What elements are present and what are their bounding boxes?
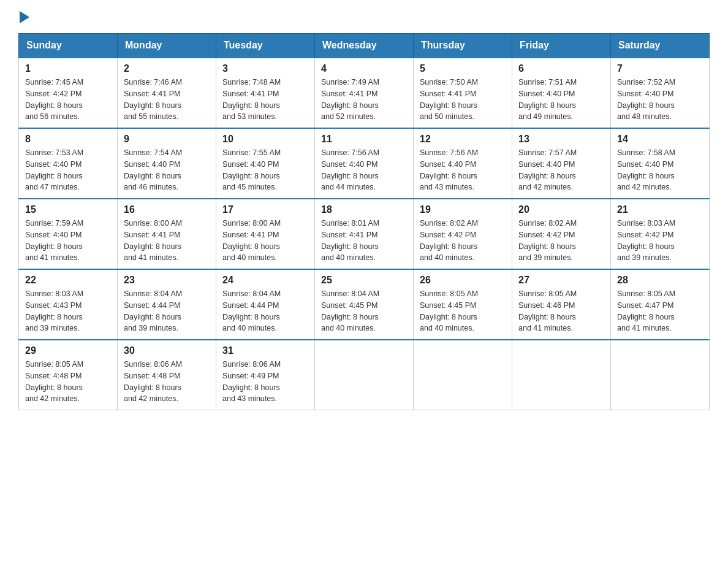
day-number: 16 [124,204,210,215]
calendar-cell: 30 Sunrise: 8:06 AMSunset: 4:48 PMDaylig… [118,340,216,410]
weekday-header-row: SundayMondayTuesdayWednesdayThursdayFrid… [19,34,710,58]
day-info: Sunrise: 7:46 AMSunset: 4:41 PMDaylight:… [124,77,210,123]
page-header [18,12,710,21]
calendar-cell: 3 Sunrise: 7:48 AMSunset: 4:41 PMDayligh… [216,58,315,128]
day-info: Sunrise: 8:05 AMSunset: 4:47 PMDaylight:… [617,288,703,334]
day-info: Sunrise: 7:56 AMSunset: 4:40 PMDaylight:… [321,147,407,193]
day-number: 29 [25,345,111,356]
calendar-cell: 1 Sunrise: 7:45 AMSunset: 4:42 PMDayligh… [19,58,118,128]
day-number: 21 [617,204,703,215]
day-number: 12 [420,134,506,145]
day-info: Sunrise: 7:50 AMSunset: 4:41 PMDaylight:… [420,77,506,123]
day-number: 13 [518,134,604,145]
weekday-header-sunday: Sunday [19,34,118,58]
day-info: Sunrise: 8:06 AMSunset: 4:49 PMDaylight:… [222,359,308,405]
calendar-cell: 14 Sunrise: 7:58 AMSunset: 4:40 PMDaylig… [611,128,710,199]
day-info: Sunrise: 7:56 AMSunset: 4:40 PMDaylight:… [420,147,506,193]
day-number: 1 [25,63,111,74]
calendar-cell [315,340,414,410]
day-info: Sunrise: 8:01 AMSunset: 4:41 PMDaylight:… [321,218,407,264]
day-info: Sunrise: 8:05 AMSunset: 4:46 PMDaylight:… [518,288,604,334]
calendar-cell [414,340,512,410]
day-number: 3 [222,63,308,74]
day-info: Sunrise: 7:59 AMSunset: 4:40 PMDaylight:… [25,218,111,264]
calendar-cell: 11 Sunrise: 7:56 AMSunset: 4:40 PMDaylig… [315,128,414,199]
day-info: Sunrise: 7:48 AMSunset: 4:41 PMDaylight:… [222,77,308,123]
day-number: 20 [518,204,604,215]
weekday-header-tuesday: Tuesday [216,34,315,58]
day-number: 5 [420,63,506,74]
day-info: Sunrise: 7:57 AMSunset: 4:40 PMDaylight:… [518,147,604,193]
calendar-cell: 10 Sunrise: 7:55 AMSunset: 4:40 PMDaylig… [216,128,315,199]
day-info: Sunrise: 8:00 AMSunset: 4:41 PMDaylight:… [124,218,210,264]
calendar-cell: 24 Sunrise: 8:04 AMSunset: 4:44 PMDaylig… [216,269,315,340]
calendar-cell: 28 Sunrise: 8:05 AMSunset: 4:47 PMDaylig… [611,269,710,340]
day-number: 24 [222,275,308,286]
calendar-cell: 25 Sunrise: 8:04 AMSunset: 4:45 PMDaylig… [315,269,414,340]
week-row-3: 15 Sunrise: 7:59 AMSunset: 4:40 PMDaylig… [19,199,710,269]
calendar-cell: 17 Sunrise: 8:00 AMSunset: 4:41 PMDaylig… [216,199,315,269]
weekday-header-wednesday: Wednesday [315,34,414,58]
calendar-cell: 2 Sunrise: 7:46 AMSunset: 4:41 PMDayligh… [118,58,216,128]
calendar-cell: 20 Sunrise: 8:02 AMSunset: 4:42 PMDaylig… [512,199,611,269]
day-info: Sunrise: 7:51 AMSunset: 4:40 PMDaylight:… [518,77,604,123]
calendar-cell: 23 Sunrise: 8:04 AMSunset: 4:44 PMDaylig… [118,269,216,340]
calendar-cell [611,340,710,410]
day-info: Sunrise: 8:05 AMSunset: 4:48 PMDaylight:… [25,359,111,405]
calendar-table: SundayMondayTuesdayWednesdayThursdayFrid… [18,33,710,410]
calendar-cell [512,340,611,410]
day-info: Sunrise: 8:03 AMSunset: 4:42 PMDaylight:… [617,218,703,264]
calendar-cell: 13 Sunrise: 7:57 AMSunset: 4:40 PMDaylig… [512,128,611,199]
calendar-cell: 29 Sunrise: 8:05 AMSunset: 4:48 PMDaylig… [19,340,118,410]
day-info: Sunrise: 8:05 AMSunset: 4:45 PMDaylight:… [420,288,506,334]
calendar-cell: 21 Sunrise: 8:03 AMSunset: 4:42 PMDaylig… [611,199,710,269]
day-info: Sunrise: 7:58 AMSunset: 4:40 PMDaylight:… [617,147,703,193]
week-row-1: 1 Sunrise: 7:45 AMSunset: 4:42 PMDayligh… [19,58,710,128]
day-number: 7 [617,63,703,74]
calendar-cell: 19 Sunrise: 8:02 AMSunset: 4:42 PMDaylig… [414,199,512,269]
calendar-cell: 31 Sunrise: 8:06 AMSunset: 4:49 PMDaylig… [216,340,315,410]
week-row-2: 8 Sunrise: 7:53 AMSunset: 4:40 PMDayligh… [19,128,710,199]
day-number: 2 [124,63,210,74]
calendar-cell: 15 Sunrise: 7:59 AMSunset: 4:40 PMDaylig… [19,199,118,269]
calendar-cell: 4 Sunrise: 7:49 AMSunset: 4:41 PMDayligh… [315,58,414,128]
calendar-cell: 6 Sunrise: 7:51 AMSunset: 4:40 PMDayligh… [512,58,611,128]
day-info: Sunrise: 7:52 AMSunset: 4:40 PMDaylight:… [617,77,703,123]
week-row-5: 29 Sunrise: 8:05 AMSunset: 4:48 PMDaylig… [19,340,710,410]
day-info: Sunrise: 8:04 AMSunset: 4:44 PMDaylight:… [124,288,210,334]
day-number: 23 [124,275,210,286]
day-number: 28 [617,275,703,286]
weekday-header-friday: Friday [512,34,611,58]
day-number: 11 [321,134,407,145]
day-info: Sunrise: 8:02 AMSunset: 4:42 PMDaylight:… [420,218,506,264]
logo-arrow-icon [20,11,29,23]
calendar-cell: 9 Sunrise: 7:54 AMSunset: 4:40 PMDayligh… [118,128,216,199]
day-info: Sunrise: 7:45 AMSunset: 4:42 PMDaylight:… [25,77,111,123]
day-info: Sunrise: 8:02 AMSunset: 4:42 PMDaylight:… [518,218,604,264]
day-number: 19 [420,204,506,215]
calendar-cell: 27 Sunrise: 8:05 AMSunset: 4:46 PMDaylig… [512,269,611,340]
day-info: Sunrise: 7:53 AMSunset: 4:40 PMDaylight:… [25,147,111,193]
calendar-cell: 7 Sunrise: 7:52 AMSunset: 4:40 PMDayligh… [611,58,710,128]
calendar-cell: 8 Sunrise: 7:53 AMSunset: 4:40 PMDayligh… [19,128,118,199]
day-number: 10 [222,134,308,145]
day-info: Sunrise: 7:55 AMSunset: 4:40 PMDaylight:… [222,147,308,193]
weekday-header-thursday: Thursday [414,34,512,58]
day-info: Sunrise: 8:06 AMSunset: 4:48 PMDaylight:… [124,359,210,405]
day-number: 8 [25,134,111,145]
calendar-cell: 12 Sunrise: 7:56 AMSunset: 4:40 PMDaylig… [414,128,512,199]
day-number: 22 [25,275,111,286]
day-info: Sunrise: 8:03 AMSunset: 4:43 PMDaylight:… [25,288,111,334]
calendar-cell: 5 Sunrise: 7:50 AMSunset: 4:41 PMDayligh… [414,58,512,128]
day-number: 27 [518,275,604,286]
calendar-cell: 16 Sunrise: 8:00 AMSunset: 4:41 PMDaylig… [118,199,216,269]
day-info: Sunrise: 7:49 AMSunset: 4:41 PMDaylight:… [321,77,407,123]
weekday-header-saturday: Saturday [611,34,710,58]
calendar-cell: 26 Sunrise: 8:05 AMSunset: 4:45 PMDaylig… [414,269,512,340]
day-number: 9 [124,134,210,145]
week-row-4: 22 Sunrise: 8:03 AMSunset: 4:43 PMDaylig… [19,269,710,340]
calendar-cell: 22 Sunrise: 8:03 AMSunset: 4:43 PMDaylig… [19,269,118,340]
logo [18,12,29,21]
day-number: 4 [321,63,407,74]
day-number: 17 [222,204,308,215]
